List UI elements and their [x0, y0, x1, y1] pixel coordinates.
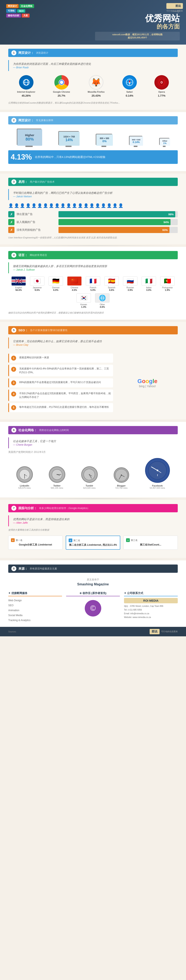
- opera-icon: O: [154, 75, 169, 89]
- flag-chinese-pct: 4.5%: [66, 289, 83, 291]
- bar-label-3: 没有关闭按钮的广告: [16, 228, 56, 232]
- person-2: 👤: [14, 203, 19, 208]
- screen-section: 2 网页设计： 常见屏幕分辨率 Higher 80% 1024 × 768 14…: [0, 112, 186, 171]
- chrome-label: Google Chrome: [53, 91, 70, 93]
- monitor-higher: Higher 80%: [17, 129, 42, 145]
- flag-spanish-pct: 4.6%: [103, 289, 120, 291]
- flag-japanese-box: 🇯🇵: [30, 276, 45, 286]
- analytics-author: — Allen Jaffe: [13, 521, 28, 524]
- chrome-icon: [55, 75, 69, 89]
- usability-quote: 平时我们在网络上看到的广告，网民们已经产生了心理认知来自动忽略这些广告分析 — …: [8, 189, 178, 200]
- seo-item-5: 5 每年有超过万亿次的搜索，约1750亿次是通过搜索引擎进行的，每年还在不断增长: [8, 403, 113, 412]
- sources-section: 8 来源： 所有原话均提最原文元素 原文发布于 Smashing Magazin…: [0, 560, 186, 627]
- flag-german-label: German: [48, 286, 64, 289]
- twitter-clock: [49, 466, 65, 483]
- bar-icon-1: ✗: [8, 211, 14, 217]
- person-13: 👤: [78, 203, 83, 208]
- flag-spanish-box: 🇪🇸: [104, 276, 119, 286]
- social-author: — Cherie Burgan: [13, 443, 32, 446]
- bing-yahoo-logo: bing | Yahoo!: [139, 385, 156, 388]
- person-11: 👤: [66, 203, 71, 208]
- browser-firefox: 🦊 Mozzilla Firefox 25.43%: [88, 75, 104, 97]
- svg-text:3: 3: [128, 539, 128, 541]
- person-7: 👤: [43, 203, 48, 208]
- monitor-other: Other 1%: [159, 138, 170, 145]
- flag-japanese: 🇯🇵 Japanese 9.6%: [29, 276, 45, 291]
- browsers-number: 1: [11, 50, 16, 55]
- flag-chinese: 🇨🇳 Chinese 4.5%: [66, 276, 83, 291]
- flag-other-pct: 4.6%: [94, 306, 111, 308]
- languages-subtitle: 网站的常用语言: [30, 253, 47, 257]
- person-18: 👤: [107, 203, 112, 208]
- screen-800: 800 × 500 0%: [96, 134, 112, 146]
- screen-title: 网页设计：: [18, 118, 34, 123]
- person-20: 👤: [118, 203, 123, 208]
- flag-spanish-label: Spanish: [103, 286, 120, 289]
- analytics-box-3: 3 第三名 第三名StatCount...: [123, 536, 178, 550]
- ie-pct: 45.26%: [22, 94, 31, 97]
- ie-icon: [19, 75, 34, 89]
- flag-other: 🌐 Other 4.6%: [94, 293, 111, 308]
- facebook-stat: 53,457,020 mins: [145, 487, 170, 489]
- twitter-stat: 565,135 mins: [49, 487, 65, 489]
- bar-fill-2: 94%: [58, 219, 171, 225]
- seo-text-1: 搜索是网站访问的第一来源: [19, 356, 49, 360]
- flag-russian-label: Russian: [122, 286, 138, 289]
- person-8: 👤: [49, 203, 54, 208]
- usability-number: 3: [11, 179, 16, 184]
- usability-subtitle: 用户最讨厌的广告技术: [30, 180, 55, 184]
- linkedin-label: LinkedIn: [16, 484, 33, 487]
- flag-korean-pct: 1.3%: [75, 306, 92, 308]
- flag-other-label: Other: [94, 304, 111, 306]
- flag-italian: 🇮🇹 Italian 3.0%: [141, 276, 157, 291]
- screen-other: Other 1%: [159, 138, 170, 146]
- browsers-title: 网页设计：: [18, 51, 34, 55]
- seo-section: 5 SEO： 告个计算来搜索引擎SEO的重要性 它很简单，无论你的网站上有什么，…: [0, 322, 186, 419]
- seo-text-2: 无机搜索中大约有43.4%-59%的用户点击率来自于第一页的搜索结果，第二、三页…: [19, 367, 111, 374]
- analytics-number: 7: [11, 506, 16, 511]
- bar-track-3: 93%: [58, 227, 178, 233]
- seo-num-5: 5: [11, 405, 16, 410]
- company-logo: ROI MEDIA: [124, 598, 178, 603]
- stat-highlight-row: 4.13% 在所有的网站中，只有4.13%的网站能通过HTML+CSS校验: [8, 150, 178, 164]
- flag-german: 🇩🇪 German 6.0%: [48, 276, 64, 291]
- flag-portuguese: 🇵🇹 Portuguese 1.9%: [159, 276, 176, 291]
- browser-opera: O Opera 1.77%: [154, 75, 169, 97]
- service-4: Social Media: [8, 613, 62, 618]
- logo: 图说: [166, 3, 183, 9]
- bar-icon-2: ✗: [8, 219, 14, 225]
- tumblr-label: Tumblr: [81, 484, 98, 487]
- footer-columns: ✦ 优接断网服务 Web Design SEO Animation Social…: [8, 591, 178, 623]
- seo-text-5: 每年有超过万亿次的搜索，约1750亿次是通过搜索引擎进行的，每年还在不断增长: [19, 405, 109, 409]
- svg-text:G: G: [12, 539, 13, 541]
- service-1: Web Design: [8, 598, 62, 603]
- flag-other-box: 🌐: [95, 293, 109, 302]
- person-4: 👤: [26, 203, 31, 208]
- seo-num-2: 2: [11, 367, 16, 372]
- person-12: 👤: [72, 203, 77, 208]
- usability-note: User Interface Engineering的一份报告表明，人们忽视83…: [8, 236, 178, 239]
- copyright-col: ⊕ 创作活 (原作者首先) ©: [66, 591, 120, 623]
- copyright-symbol: ©: [85, 600, 101, 617]
- divider-2: [8, 172, 178, 173]
- flag-italian-label: Italian: [141, 286, 157, 289]
- analytics-boxes: G 第一名 Google分析工具 LiveInternet 2 第二名 第二名分…: [8, 536, 178, 550]
- ie-label: Internet Explorer: [17, 91, 35, 93]
- facebook-item: f Facebook 53,457,020 mins: [145, 458, 170, 489]
- sources-number: 8: [11, 566, 16, 571]
- bar-label-1: 弹出置顶广告: [16, 212, 56, 216]
- seo-item-4: 4 不到0.2%的用户会点击超过3页的搜索结果。平均而言，如果用户看不到前40名…: [8, 390, 113, 401]
- twitter-label: Twitter: [49, 484, 65, 487]
- seo-logo-col: Google bing | Yahoo!: [117, 350, 178, 415]
- usability-section: 3 易用： 用户最讨厌的广告技术 平时我们在网络上看到的广告，网民们已经产生了心…: [0, 173, 186, 244]
- seo-text-3: 89%的搜索用户不会查看超过3页的搜索结果，平均只有3.1个页面会被访问: [19, 380, 101, 384]
- google-logo: Google: [138, 378, 157, 385]
- blogger-item: Blogger 723,750 mins: [114, 467, 129, 489]
- person-17: 👤: [101, 203, 106, 208]
- tag-mobile: 移动与分析: [6, 14, 21, 18]
- screen-subtitle: 常见屏幕分辨率: [36, 119, 53, 122]
- people-row: 👤 👤 👤 👤 👤 👤 👤 👤 👤 👤 👤 👤 👤 👤 👤 👤 👤 👤 👤 👤: [8, 203, 178, 208]
- flag-english-label: English: [10, 286, 27, 289]
- flag-italian-pct: 3.0%: [141, 289, 157, 291]
- seo-header: 5 SEO： 告个计算来搜索引擎SEO的重要性: [8, 326, 178, 334]
